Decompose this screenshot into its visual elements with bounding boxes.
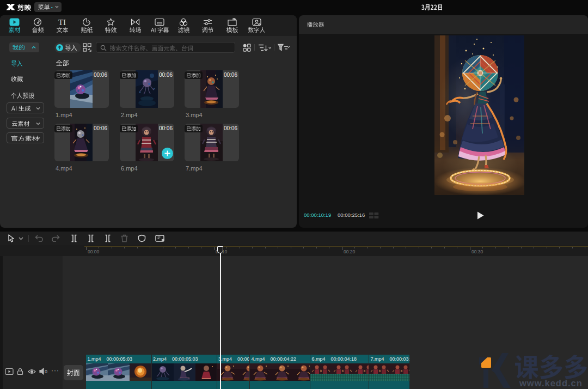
svg-text:www.kedd.cn: www.kedd.cn bbox=[519, 378, 583, 388]
svg-text:TI: TI bbox=[58, 18, 66, 26]
svg-text:0: 0 bbox=[45, 369, 47, 374]
